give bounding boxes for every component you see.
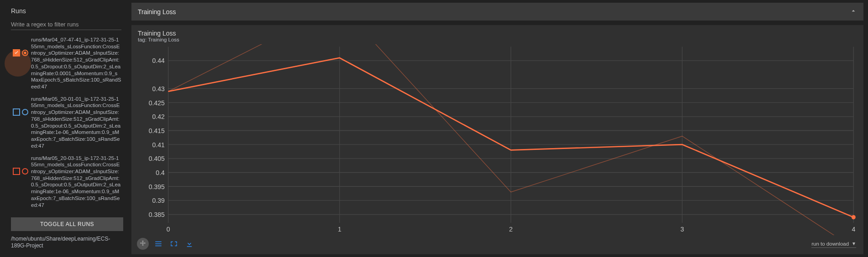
run-checkbox[interactable] (13, 168, 20, 175)
svg-text:2: 2 (509, 226, 513, 233)
svg-text:0.42: 0.42 (152, 113, 165, 120)
chevron-up-icon[interactable] (850, 7, 857, 16)
run-item[interactable]: runs/Mar05_20-03-15_ip-172-31-25-155rnn_… (0, 152, 127, 211)
chart-title: Training Loss (136, 29, 859, 37)
svg-text:0.415: 0.415 (149, 127, 165, 134)
chart-subtitle: tag: Training Loss (136, 37, 859, 43)
filter-runs-input[interactable] (11, 19, 121, 30)
runs-sidebar: Runs runs/Mar04_07-47-41_ip-172-31-25-15… (0, 0, 129, 257)
svg-text:0.4: 0.4 (156, 169, 165, 176)
svg-text:4: 4 (852, 226, 855, 233)
chevron-down-icon: ▼ (852, 241, 856, 246)
run-label: runs/Mar04_07-47-41_ip-172-31-25-155rnn_… (31, 36, 123, 90)
run-item[interactable]: runs/Mar04_07-47-41_ip-172-31-25-155rnn_… (0, 34, 127, 93)
run-download-label: run to download (811, 241, 849, 247)
run-radio[interactable] (22, 109, 28, 115)
logdir-path: /home/ubuntu/Share/deepLearning/ECS-189G… (0, 234, 129, 253)
runs-heading: Runs (0, 3, 129, 17)
run-label: runs/Mar05_20-05-05_ip-172-31-25-155rnn_… (31, 214, 123, 215)
run-radio[interactable] (22, 168, 28, 175)
main-panel: Training Loss Training Loss tag: Trainin… (129, 0, 868, 257)
list-icon[interactable] (152, 238, 164, 250)
toggle-all-runs-button[interactable]: TOGGLE ALL RUNS (11, 217, 123, 231)
svg-text:0.395: 0.395 (149, 183, 165, 190)
svg-text:0.43: 0.43 (152, 85, 165, 93)
svg-text:0.44: 0.44 (152, 57, 165, 64)
training-loss-chart[interactable]: 0.3850.390.3950.40.4050.410.4150.420.425… (138, 44, 857, 235)
run-checkbox[interactable] (13, 49, 20, 57)
svg-text:0.385: 0.385 (149, 211, 165, 218)
run-label: runs/Mar05_20-01-01_ip-172-31-25-155rnn_… (31, 96, 123, 149)
run-checkbox[interactable] (13, 108, 20, 116)
move-icon[interactable] (137, 238, 149, 250)
chart-card: Training Loss tag: Training Loss 0.3850.… (131, 25, 863, 254)
svg-point-32 (852, 215, 856, 219)
run-item[interactable]: runs/Mar05_20-01-01_ip-172-31-25-155rnn_… (0, 93, 127, 152)
run-item[interactable]: runs/Mar05_20-05-05_ip-172-31-25-155rnn_… (0, 211, 127, 215)
chart-toolbar (137, 238, 195, 250)
svg-text:0.39: 0.39 (152, 197, 165, 204)
run-label: runs/Mar05_20-03-15_ip-172-31-25-155rnn_… (31, 155, 123, 209)
svg-text:1: 1 (338, 226, 341, 233)
svg-text:0.405: 0.405 (149, 155, 165, 162)
svg-text:0: 0 (167, 226, 170, 233)
svg-text:0.41: 0.41 (152, 141, 165, 148)
fit-icon[interactable] (168, 238, 180, 250)
panel-title: Training Loss (138, 8, 176, 15)
svg-text:3: 3 (680, 226, 684, 233)
run-radio[interactable] (22, 50, 28, 56)
download-icon[interactable] (183, 238, 195, 250)
panel-header[interactable]: Training Loss (131, 3, 863, 21)
run-download-select[interactable]: run to download ▼ (811, 240, 856, 248)
svg-text:0.425: 0.425 (149, 99, 165, 106)
runs-list[interactable]: runs/Mar04_07-47-41_ip-172-31-25-155rnn_… (0, 34, 127, 215)
